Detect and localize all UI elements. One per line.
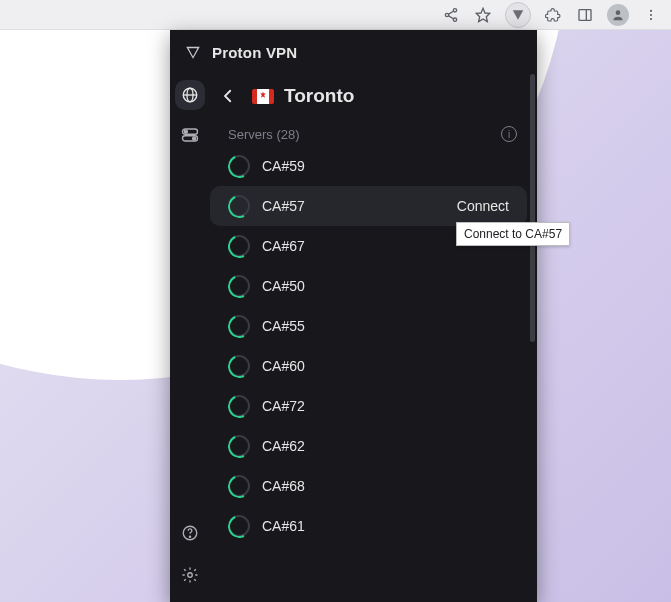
server-load-icon bbox=[228, 515, 250, 537]
sidebar-locations-button[interactable] bbox=[175, 80, 205, 110]
scrollbar[interactable] bbox=[530, 74, 535, 342]
protonvpn-extension-icon[interactable] bbox=[505, 2, 531, 28]
back-button[interactable] bbox=[214, 82, 242, 110]
star-icon[interactable] bbox=[473, 5, 493, 25]
server-item[interactable]: CA#50 bbox=[210, 266, 527, 306]
server-item[interactable]: CA#59 bbox=[210, 146, 527, 186]
servers-subheader: Servers (28) i bbox=[210, 116, 537, 146]
server-item[interactable]: CA#60 bbox=[210, 346, 527, 386]
browser-toolbar bbox=[0, 0, 671, 30]
svg-line-4 bbox=[448, 15, 453, 18]
connect-button[interactable]: Connect bbox=[457, 198, 515, 214]
server-load-icon bbox=[228, 155, 250, 177]
server-name: CA#72 bbox=[262, 398, 305, 414]
server-item[interactable]: CA#57Connect bbox=[210, 186, 527, 226]
svg-rect-6 bbox=[579, 9, 591, 20]
location-title: Toronto bbox=[284, 85, 354, 107]
canada-flag-icon bbox=[252, 89, 274, 104]
server-name: CA#55 bbox=[262, 318, 305, 334]
svg-point-18 bbox=[193, 137, 196, 140]
profile-avatar-icon[interactable] bbox=[607, 4, 629, 26]
svg-marker-5 bbox=[476, 8, 489, 21]
share-icon[interactable] bbox=[441, 5, 461, 25]
server-name: CA#59 bbox=[262, 158, 305, 174]
server-item[interactable]: CA#62 bbox=[210, 426, 527, 466]
server-name: CA#62 bbox=[262, 438, 305, 454]
server-item[interactable]: CA#61 bbox=[210, 506, 527, 546]
svg-point-10 bbox=[650, 13, 652, 15]
info-icon[interactable]: i bbox=[501, 126, 517, 142]
server-load-icon bbox=[228, 195, 250, 217]
side-panel-icon[interactable] bbox=[575, 5, 595, 25]
popup-header: Proton VPN bbox=[170, 30, 537, 74]
svg-point-16 bbox=[184, 130, 187, 133]
sidebar-toggle-button[interactable] bbox=[175, 120, 205, 150]
svg-line-3 bbox=[448, 11, 453, 14]
server-name: CA#67 bbox=[262, 238, 305, 254]
sidebar bbox=[170, 74, 210, 602]
svg-point-9 bbox=[650, 9, 652, 11]
server-item[interactable]: CA#72 bbox=[210, 386, 527, 426]
server-name: CA#50 bbox=[262, 278, 305, 294]
extensions-icon[interactable] bbox=[543, 5, 563, 25]
server-load-icon bbox=[228, 355, 250, 377]
main-panel: Toronto Servers (28) i CA#59CA#57Connect… bbox=[210, 74, 537, 602]
server-list: CA#59CA#57ConnectCA#67CA#50CA#55CA#60CA#… bbox=[210, 146, 537, 602]
kebab-menu-icon[interactable] bbox=[641, 5, 661, 25]
server-item[interactable]: CA#68 bbox=[210, 466, 527, 506]
svg-point-11 bbox=[650, 18, 652, 20]
servers-count-label: Servers (28) bbox=[228, 127, 300, 142]
server-item[interactable]: CA#55 bbox=[210, 306, 527, 346]
protonvpn-popup: Proton VPN bbox=[170, 30, 537, 602]
svg-point-8 bbox=[616, 10, 621, 15]
server-name: CA#61 bbox=[262, 518, 305, 534]
sidebar-help-button[interactable] bbox=[175, 518, 205, 548]
server-name: CA#57 bbox=[262, 198, 305, 214]
hover-tooltip: Connect to CA#57 bbox=[456, 222, 570, 246]
sidebar-settings-button[interactable] bbox=[175, 560, 205, 590]
server-load-icon bbox=[228, 435, 250, 457]
protonvpn-logo-icon bbox=[184, 43, 202, 61]
server-load-icon bbox=[228, 275, 250, 297]
server-load-icon bbox=[228, 475, 250, 497]
svg-point-20 bbox=[189, 536, 190, 537]
server-name: CA#68 bbox=[262, 478, 305, 494]
title-row: Toronto bbox=[210, 74, 537, 116]
server-load-icon bbox=[228, 315, 250, 337]
server-load-icon bbox=[228, 395, 250, 417]
server-name: CA#60 bbox=[262, 358, 305, 374]
svg-point-21 bbox=[188, 573, 193, 578]
server-load-icon bbox=[228, 235, 250, 257]
brand-name: Proton VPN bbox=[212, 44, 297, 61]
